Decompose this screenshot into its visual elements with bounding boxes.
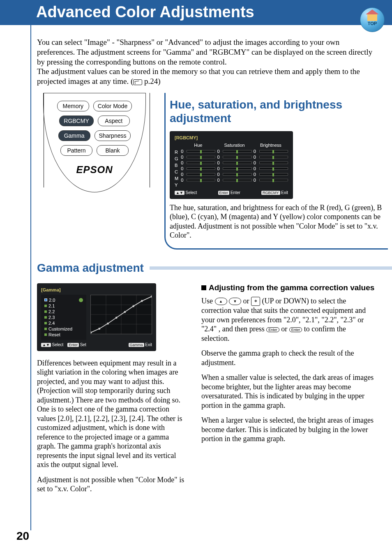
gamma-graph-icon bbox=[90, 295, 152, 334]
remote-btn-pattern: Pattern bbox=[60, 145, 92, 156]
enter-key-icon: Enter bbox=[266, 327, 279, 332]
down-oval-icon: ▼ bbox=[229, 298, 241, 305]
remote-btn-aspect: Aspect bbox=[98, 116, 130, 126]
enter-key-icon-2: Enter bbox=[289, 327, 302, 332]
gamma-osd-list: 2.0 2.1 2.2 2.3 2.4 Customized Reset bbox=[41, 295, 86, 340]
page-number: 20 bbox=[16, 530, 29, 543]
svg-point-7 bbox=[98, 327, 100, 329]
gamma-head-rule bbox=[150, 266, 392, 270]
gamma-right-p1: Use ▲ ▼ or ✥ (UP or DOWN) to select the … bbox=[201, 296, 376, 343]
rgbcmy-osd-footer: ▲▼ Select Enter Enter RGBCMY Exit bbox=[175, 190, 288, 195]
hue-section: Hue, saturation, and brightness adjustme… bbox=[164, 93, 388, 250]
svg-point-12 bbox=[141, 300, 143, 302]
top-nav-icon[interactable]: TOP bbox=[360, 7, 385, 32]
up-oval-icon: ▲ bbox=[215, 298, 227, 305]
page-ref-icon bbox=[133, 79, 142, 85]
remote-illustration: Memory Color Mode RGBCMY Aspect Gamma Sh… bbox=[37, 93, 152, 250]
square-bullet-icon bbox=[201, 285, 206, 290]
rgbcmy-row-labels: R G B C M Y bbox=[175, 143, 178, 188]
osd-col-hue: Hue 0 0 0 0 0 0 bbox=[181, 143, 215, 188]
gamma-para-1: Differences between equipment may result… bbox=[37, 358, 185, 469]
gamma-section-title: Gamma adjustment bbox=[37, 261, 144, 275]
page-title: Advanced Color Adjustments bbox=[0, 0, 392, 25]
rgbcmy-osd-title: [RGBCMY] bbox=[175, 135, 288, 140]
home-icon bbox=[367, 14, 377, 21]
svg-point-11 bbox=[132, 305, 134, 307]
joystick-icon: ✥ bbox=[251, 297, 260, 306]
svg-point-9 bbox=[115, 317, 118, 319]
svg-point-10 bbox=[124, 311, 126, 313]
gamma-osd-footer: ▲▼ Select Enter Set Gamma Exit bbox=[41, 342, 152, 347]
osd-col-bri: Brightness 0 0 0 0 0 0 bbox=[254, 143, 288, 188]
intro-paragraph: You can select "Image" - "Sharpness" or … bbox=[37, 37, 376, 86]
remote-btn-blank: Blank bbox=[97, 145, 129, 156]
svg-point-8 bbox=[107, 322, 109, 324]
left-margin-rule bbox=[30, 25, 31, 530]
gamma-right-p4: When a larger value is selected, the bri… bbox=[201, 416, 376, 444]
remote-btn-rgbcmy: RGBCMY bbox=[59, 116, 93, 126]
gamma-right-p3: When a smaller value is selected, the da… bbox=[201, 373, 376, 410]
hue-section-title: Hue, saturation, and brightness adjustme… bbox=[170, 98, 385, 125]
gamma-right-p2: Observe the gamma graph to check the res… bbox=[201, 349, 376, 367]
gamma-subhead: Adjusting from the gamma correction valu… bbox=[201, 283, 376, 292]
remote-btn-gamma: Gamma bbox=[58, 130, 90, 141]
remote-btn-colormode: Color Mode bbox=[93, 101, 132, 111]
rgbcmy-osd: [RGBCMY] R G B C M Y Hue bbox=[170, 131, 293, 199]
remote-btn-sharpness: Sharpness bbox=[95, 130, 131, 141]
gamma-osd: [Gamma] 2.0 2.1 2.2 2.3 2.4 Customized R… bbox=[37, 283, 156, 351]
gamma-para-1b: Adjustment is not possible when "Color M… bbox=[37, 475, 185, 494]
top-icon-label: TOP bbox=[368, 21, 377, 26]
osd-col-sat: Saturation 0 0 0 0 0 0 bbox=[217, 143, 251, 188]
remote-btn-memory: Memory bbox=[57, 101, 89, 111]
gamma-osd-title: [Gamma] bbox=[41, 287, 152, 292]
epson-logo: EPSON bbox=[76, 164, 113, 176]
hue-text: The hue, saturation, and brightness for … bbox=[170, 203, 385, 240]
